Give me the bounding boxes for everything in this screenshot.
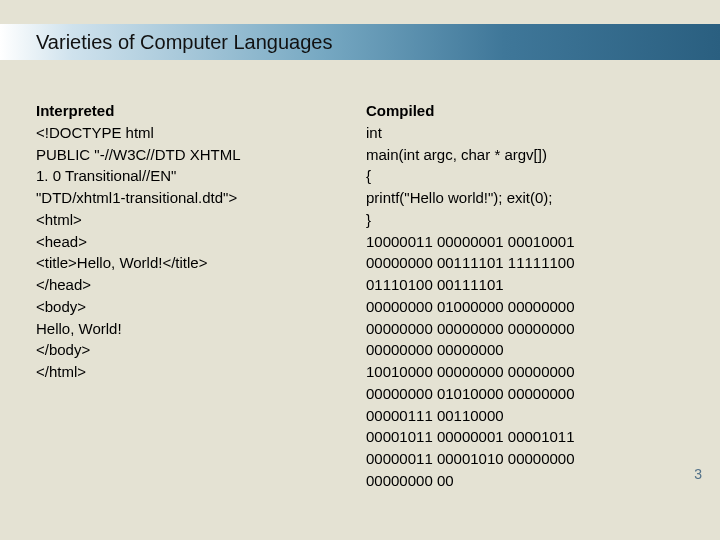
interpreted-heading: Interpreted	[36, 102, 114, 119]
compiled-heading: Compiled	[366, 102, 434, 119]
page-number: 3	[694, 466, 702, 482]
compiled-column: Compiled int main(int argc, char * argv[…	[366, 100, 684, 492]
content-columns: Interpreted <!DOCTYPE html PUBLIC "-//W3…	[36, 100, 684, 492]
interpreted-code: <!DOCTYPE html PUBLIC "-//W3C//DTD XHTML…	[36, 124, 241, 380]
title-bar: Varieties of Computer Languages	[0, 24, 720, 60]
compiled-code: int main(int argc, char * argv[]) { prin…	[366, 124, 575, 489]
interpreted-column: Interpreted <!DOCTYPE html PUBLIC "-//W3…	[36, 100, 336, 492]
slide-title: Varieties of Computer Languages	[36, 31, 332, 54]
